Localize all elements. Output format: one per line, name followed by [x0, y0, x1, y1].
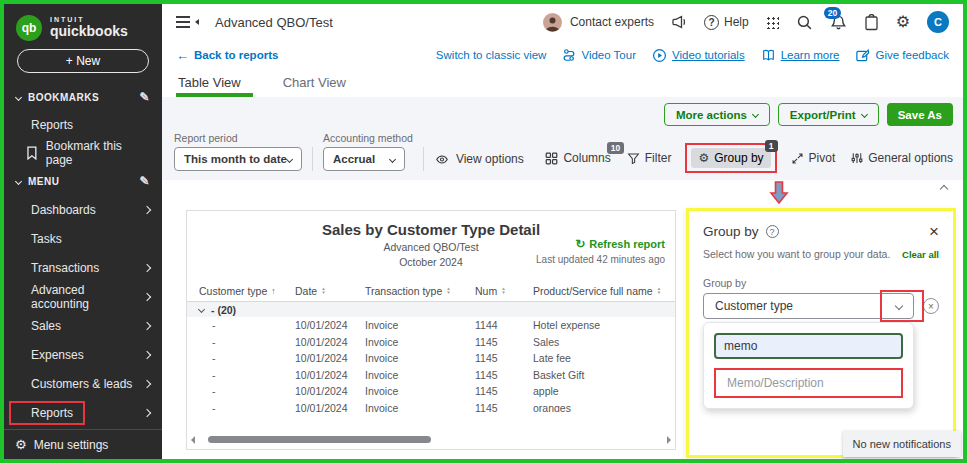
scroll-right-arrow[interactable]	[667, 436, 671, 444]
columns-button[interactable]: Columns 10	[545, 151, 610, 165]
help-button[interactable]: Help	[704, 15, 749, 30]
table-row[interactable]: -10/01/2024 Invoice1145 oranges	[187, 400, 675, 413]
settings-button[interactable]	[896, 14, 910, 30]
scrollbar-track[interactable]	[199, 436, 663, 443]
tab-table-view[interactable]: Table View	[176, 75, 253, 97]
table-row[interactable]: -10/01/2024 Invoice1145 apple	[187, 383, 675, 400]
export-print-button[interactable]: Export/Print	[778, 103, 879, 126]
pivot-label: Pivot	[809, 151, 836, 165]
tour-icon	[562, 48, 576, 62]
refresh-report-link[interactable]: Refresh report	[536, 237, 665, 251]
chevron-right-icon	[143, 408, 151, 416]
bookmarks-section-header[interactable]: BOOKMARKS ✎	[4, 83, 162, 111]
sidebar-item-customers-leads[interactable]: Customers & leads	[4, 369, 162, 398]
chevron-right-icon	[143, 321, 151, 329]
table-row[interactable]: -10/01/2024 Invoice1145 Sales	[187, 334, 675, 351]
filter-funnel-icon	[627, 152, 640, 165]
accounting-method-select[interactable]: Accrual	[323, 147, 405, 171]
play-icon	[652, 48, 667, 63]
back-to-reports-link[interactable]: Back to reports	[176, 48, 278, 63]
bookmark-item-reports[interactable]: Reports	[4, 111, 162, 139]
help-icon[interactable]	[766, 225, 779, 238]
accounting-method-value: Accrual	[333, 153, 375, 165]
group-by-select[interactable]: Customer type	[703, 293, 914, 319]
sidebar-item-advanced-accounting[interactable]: Advanced accounting	[4, 282, 162, 311]
chevron-down-icon	[752, 111, 759, 118]
pivot-button[interactable]: Pivot	[791, 151, 836, 165]
user-avatar[interactable]: C	[927, 11, 949, 33]
more-actions-button[interactable]: More actions	[664, 103, 770, 126]
give-feedback-link[interactable]: Give feedback	[855, 48, 949, 63]
bookmarks-label: BOOKMARKS	[28, 92, 99, 103]
group-by-select-value: Customer type	[715, 299, 793, 313]
learn-more-label: Learn more	[781, 49, 840, 61]
sidebar-item-label: Sales	[31, 319, 61, 333]
export-print-label: Export/Print	[790, 109, 856, 121]
report-period-select[interactable]: This month to date	[174, 147, 302, 171]
switch-classic-view-link[interactable]: Switch to classic view	[436, 49, 547, 61]
announcements-button[interactable]	[671, 14, 687, 30]
search-button[interactable]	[796, 14, 813, 31]
hamburger-menu-icon[interactable]	[176, 16, 199, 28]
feedback-icon	[855, 48, 870, 63]
table-row[interactable]: -10/01/2024 Invoice1145 Late fee	[187, 350, 675, 367]
table-row[interactable]: -10/01/2024 Invoice1144 Hotel expense	[187, 317, 675, 334]
bookmark-this-page[interactable]: Bookmark this page	[4, 139, 162, 167]
general-options-button[interactable]: General options	[851, 151, 953, 165]
column-header-num[interactable]: Num	[475, 285, 533, 297]
column-header-product-service[interactable]: Product/Service full name	[533, 285, 663, 297]
chevron-right-icon	[143, 205, 151, 213]
apps-button[interactable]	[766, 16, 779, 29]
sidebar-item-transactions[interactable]: Transactions	[4, 253, 162, 282]
gear-icon	[896, 14, 910, 30]
new-button[interactable]: + New	[17, 49, 149, 73]
video-tour-link[interactable]: Video Tour	[562, 48, 636, 62]
tasks-button[interactable]	[864, 14, 879, 31]
remove-group-by-icon[interactable]	[923, 298, 939, 314]
notification-badge: 20	[824, 7, 841, 19]
contact-experts-button[interactable]: Contact experts	[543, 13, 654, 32]
group-by-button[interactable]: Group by 1	[691, 148, 770, 168]
chevron-down-icon	[286, 155, 293, 162]
save-as-button[interactable]: Save As	[887, 103, 953, 126]
book-icon	[761, 48, 776, 62]
gear-icon	[15, 438, 27, 451]
table-group-row[interactable]: - (20)	[187, 302, 675, 317]
table-row[interactable]: -10/01/2024 Invoice1145 Basket Gift	[187, 367, 675, 384]
sidebar-item-reports[interactable]: Reports	[4, 398, 162, 427]
scrollbar-thumb[interactable]	[208, 436, 431, 443]
sidebar-item-dashboards[interactable]: Dashboards	[4, 195, 162, 224]
menu-section-header[interactable]: MENU ✎	[4, 167, 162, 195]
edit-pencil-icon[interactable]: ✎	[139, 90, 150, 104]
filter-label: Filter	[645, 151, 672, 165]
sidebar-item-tasks[interactable]: Tasks	[4, 224, 162, 253]
column-header-date[interactable]: Date	[295, 285, 365, 297]
close-icon[interactable]	[929, 223, 939, 240]
sidebar-item-expenses[interactable]: Expenses	[4, 340, 162, 369]
edit-pencil-icon[interactable]: ✎	[139, 174, 150, 188]
sort-asc-icon	[271, 286, 276, 296]
scroll-left-arrow[interactable]	[191, 436, 195, 444]
view-options-button[interactable]: View options	[434, 147, 524, 171]
column-header-customer-type[interactable]: Customer type	[199, 285, 295, 297]
horizontal-scrollbar[interactable]	[191, 435, 671, 444]
filter-button[interactable]: Filter	[627, 151, 672, 165]
notifications-button[interactable]: 20	[830, 14, 847, 31]
video-tutorials-link[interactable]: Video tutorials	[652, 48, 745, 63]
sidebar-item-sales[interactable]: Sales	[4, 311, 162, 340]
learn-more-link[interactable]: Learn more	[761, 48, 840, 62]
search-icon	[796, 14, 813, 31]
pivot-icon	[791, 152, 804, 165]
chevron-down-icon	[198, 306, 205, 313]
menu-settings[interactable]: Menu settings	[4, 429, 162, 459]
collapse-toolbar-chevron[interactable]	[940, 185, 948, 193]
column-header-transaction-type[interactable]: Transaction type	[365, 285, 475, 297]
sidebar-item-label: Reports	[31, 406, 73, 420]
expert-avatar	[543, 13, 562, 32]
columns-count-badge: 10	[607, 142, 623, 154]
clear-all-link[interactable]: Clear all	[902, 249, 939, 260]
option-memo-description[interactable]: Memo/Description	[714, 368, 903, 398]
tab-chart-view[interactable]: Chart View	[281, 75, 352, 97]
group-by-search-input[interactable]	[714, 333, 903, 359]
sort-icon	[446, 287, 450, 295]
